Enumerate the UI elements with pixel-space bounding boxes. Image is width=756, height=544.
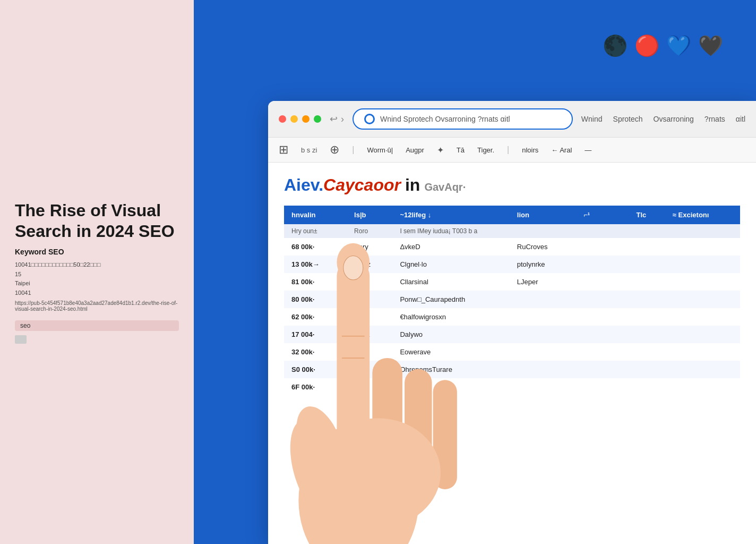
- th-1: hnvalin: [284, 206, 347, 224]
- back-icon[interactable]: ↩: [330, 113, 338, 125]
- page-icon: [15, 335, 27, 344]
- table-row: 13 00k→ ByRz Clgnel·lo ptolynrke: [284, 256, 740, 273]
- table-row: 80 00k· ByLz Ponw□_Caurapednth: [284, 291, 740, 308]
- tsh-3: I sem IMey iudua¡ T003 b a: [392, 224, 576, 238]
- address-text: Wnind Sprotech Ovsarroning ?rnats αitl: [380, 115, 561, 123]
- th-8: ≈ Excietonı: [665, 206, 740, 224]
- tl-yellow[interactable]: [290, 115, 298, 123]
- sidebar-meta: 10041□□□□□□□□□□□□50□22□□□ 15 Taipei 1004…: [15, 260, 179, 298]
- tl-orange[interactable]: [302, 115, 310, 123]
- table-row: 32 00k· Bory Eowerave: [284, 343, 740, 361]
- th-6: [607, 206, 629, 224]
- table-row: 17 004· RyLz Dalywo: [284, 326, 740, 343]
- td-2-3: Clgnel·lo: [392, 256, 509, 273]
- nav-tab-aral[interactable]: ← Aral: [551, 146, 572, 154]
- menu-item-2[interactable]: Sprotech: [613, 115, 643, 123]
- svg-point-0: [298, 424, 418, 544]
- sidebar-subtitle: Keyword SEO: [15, 248, 179, 256]
- page-title: The Rise of Visual Search in 2024 SEO: [15, 200, 179, 241]
- svg-point-7: [315, 418, 441, 528]
- address-icon: [364, 114, 375, 124]
- browser-content: Aiev. Caycaoor in GavAqr· hnvalin ls|b ~…: [268, 163, 756, 409]
- th-4: lion: [510, 206, 576, 224]
- browser-window: ↩ › Wnind Sprotech Ovsarroning ?rnats αi…: [268, 101, 756, 544]
- td-6-3: Dalywo: [392, 326, 509, 343]
- menu-item-5[interactable]: αitl: [736, 115, 745, 123]
- td-1-3: ΔvkeD: [392, 238, 509, 256]
- nav-buttons: ↩ ›: [330, 113, 344, 125]
- icon-red: 🔴: [633, 32, 660, 60]
- td-4-1: 80 00k·: [284, 291, 347, 308]
- forward-icon[interactable]: ›: [341, 114, 344, 125]
- heading-part1: Aiev.: [284, 175, 323, 195]
- td-8-2: Nilly: [347, 361, 392, 378]
- td-4-2: ByLz: [347, 291, 392, 308]
- icon-blue: 💙: [665, 32, 692, 60]
- th-5: ⌐¹: [576, 206, 607, 224]
- sidebar: The Rise of Visual Search in 2024 SEO Ke…: [0, 0, 194, 544]
- browser-nav: ⊞ b s zi ⊕ | Worm·û| Augpr ✦ Tā Tiger. |…: [268, 138, 756, 163]
- td-5-3: €halfowigrosxn: [392, 308, 509, 326]
- td-5-2: Bury: [347, 308, 392, 326]
- table-row: 81 00k· Egry Cllarsinal LJeper: [284, 273, 740, 291]
- menu-item-3[interactable]: Ovsarroning: [654, 115, 694, 123]
- tl-green[interactable]: [314, 115, 321, 123]
- nav-tab-worm[interactable]: Worm·û|: [367, 146, 393, 154]
- td-7-3: Eowerave: [392, 343, 509, 361]
- heading-part4: GavAqr·: [424, 181, 466, 193]
- td-1-4: RuCroves: [510, 238, 576, 256]
- svg-point-8: [287, 400, 354, 491]
- nav-sep-1: |: [352, 145, 354, 155]
- td-9-1: 6F 00k·: [284, 378, 347, 396]
- td-4-3: Ponw□_Caurapednth: [392, 291, 509, 308]
- nav-tab-ta[interactable]: Tā: [457, 146, 465, 154]
- heading-part2: Caycaoor: [323, 175, 401, 195]
- icon-moon: 🌑: [601, 32, 629, 60]
- table-subheader-row: Hry oun± Roro I sem IMey iudua¡ T003 b a: [284, 224, 740, 238]
- svg-point-1: [281, 414, 349, 521]
- td-5-1: 62 00k·: [284, 308, 347, 326]
- nav-tab-nloirs[interactable]: nloirs: [522, 146, 538, 154]
- heading-part3: in: [405, 175, 420, 195]
- tl-red[interactable]: [279, 115, 286, 123]
- td-3-4: LJeper: [510, 273, 576, 291]
- menu-item-1[interactable]: Wnind: [581, 115, 603, 123]
- td-6-1: 17 004·: [284, 326, 347, 343]
- nav-tab-tiger[interactable]: Tiger.: [477, 146, 494, 154]
- nav-sep-2: |: [507, 145, 509, 155]
- menu-item-4[interactable]: ?rnats: [705, 115, 725, 123]
- td-3-2: Egry: [347, 273, 392, 291]
- browser-menu: Wnind Sprotech Ovsarroning ?rnats αitl: [581, 115, 745, 123]
- td-2-1: 13 00k→: [284, 256, 347, 273]
- nav-tab-augpr[interactable]: Augpr: [406, 146, 424, 154]
- td-7-1: 32 00k·: [284, 343, 347, 361]
- tsh-2: Roro: [347, 224, 392, 238]
- address-bar[interactable]: Wnind Sprotech Ovsarroning ?rnats αitl: [353, 108, 573, 130]
- sidebar-url: https://pub-5c454f571b8e40a3a2aad27ade84…: [15, 300, 179, 312]
- nav-icon-2[interactable]: ⊕: [330, 143, 339, 157]
- th-2: ls|b: [347, 206, 392, 224]
- td-2-4: ptolynrke: [510, 256, 576, 273]
- nav-icon-3: ✦: [437, 145, 444, 155]
- th-3: ~12lifeg ↓: [392, 206, 509, 224]
- th-7: Tlc: [629, 206, 665, 224]
- tsh-1: Hry oun±: [284, 224, 347, 238]
- page-heading: Aiev. Caycaoor in GavAqr·: [284, 175, 740, 195]
- table-header-row: hnvalin ls|b ~12lifeg ↓ lion ⌐¹ Tlc ≈ Ex…: [284, 206, 740, 224]
- td-6-2: RyLz: [347, 326, 392, 343]
- traffic-lights: [279, 115, 321, 123]
- td-1-1: 68 00k·: [284, 238, 347, 256]
- table-row: 6F 00k·: [284, 378, 740, 396]
- td-3-3: Cllarsinal: [392, 273, 509, 291]
- browser-icons: 🌑 🔴 💙 🖤: [601, 32, 724, 60]
- main-area: 🌑 🔴 💙 🖤 ↩ › Wnind Sprotech Ovsarroning ?…: [194, 0, 756, 544]
- table-row: 62 00k· Bury €halfowigrosxn: [284, 308, 740, 326]
- nav-text-1: b s zi: [301, 146, 317, 154]
- sidebar-tag[interactable]: seo: [15, 320, 179, 331]
- table-row: S0 00k· Nilly OhrepemsTurare: [284, 361, 740, 378]
- nav-icon-1[interactable]: ⊞: [279, 143, 288, 157]
- browser-toolbar: ↩ › Wnind Sprotech Ovsarroning ?rnats αi…: [268, 101, 756, 138]
- td-3-1: 81 00k·: [284, 273, 347, 291]
- table-row: 68 00k· Eory ΔvkeD RuCroves: [284, 238, 740, 256]
- td-8-3: OhrepemsTurare: [392, 361, 509, 378]
